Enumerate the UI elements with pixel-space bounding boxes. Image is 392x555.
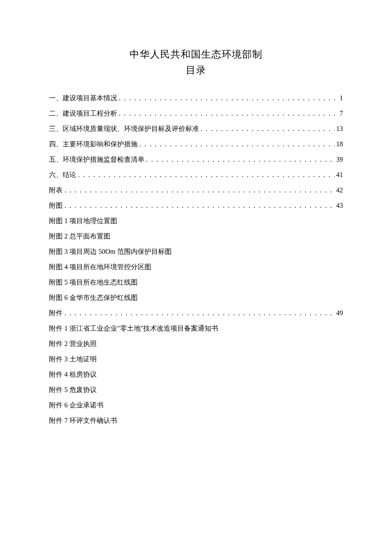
toc-dots — [146, 156, 334, 163]
toc-label: 五、环境保护措施监督检查清单 — [49, 156, 144, 163]
figure-entry: 附图 5 项目所在地生态红线图 — [49, 279, 343, 286]
toc-dots — [139, 141, 334, 148]
toc-dots — [78, 171, 334, 178]
toc-page: 49 — [336, 310, 343, 317]
toc-dots — [64, 187, 334, 194]
toc-entry: 三、区域环境质量现状、环境保护目标及评价标准 13 — [49, 125, 343, 132]
toc-entry: 附图 43 — [49, 202, 343, 209]
figure-entry: 附图 4 项目所在地环境管控分区图 — [49, 264, 343, 270]
attachment-entry: 附件 1 浙江省工业企业"零土地"技术改造项目备案通知书 — [49, 325, 343, 332]
toc-entry: 附件 49 — [49, 310, 343, 317]
toc-entry: 附表 42 — [49, 187, 343, 194]
toc-page: 13 — [336, 125, 343, 132]
toc-page: 18 — [336, 141, 343, 148]
toc-dots — [64, 310, 334, 317]
toc-label: 附件 — [49, 310, 63, 317]
attachment-entry: 附件 4 租房协议 — [49, 371, 343, 378]
toc-label: 二、建设项目工程分析 — [49, 110, 117, 117]
figure-entry: 附图 2 总平面布置图 — [49, 233, 343, 240]
toc-label: 附图 — [49, 202, 63, 209]
toc-entry: 四、主要环境影响和保护措施 18 — [49, 141, 343, 148]
toc-label: 六、结论 — [49, 171, 76, 178]
toc-page: 39 — [336, 156, 343, 163]
toc-entry: 二、建设项目工程分析 7 — [49, 110, 343, 117]
toc-page: 1 — [340, 95, 343, 102]
toc-label: 一、建设项目基本情况 — [49, 95, 117, 102]
toc-entry: 一、建设项目基本情况 1 — [49, 95, 343, 102]
toc-dots — [201, 125, 334, 132]
toc-page: 41 — [336, 171, 343, 178]
toc-page: 42 — [336, 187, 343, 194]
toc-label: 附表 — [49, 187, 63, 194]
toc-entry: 六、结论 41 — [49, 171, 343, 178]
toc-dots — [119, 110, 338, 117]
toc-label: 四、主要环境影响和保护措施 — [49, 141, 138, 148]
attachment-entry: 附件 5 危废协议 — [49, 386, 343, 393]
attachment-entry: 附件 6 企业承诺书 — [49, 402, 343, 409]
title-block: 中华人民共和国生态环境部制 目录 — [49, 47, 343, 78]
toc-label: 三、区域环境质量现状、环境保护目标及评价标准 — [49, 125, 199, 132]
attachment-entry: 附件 7 环评文件确认书 — [49, 417, 343, 424]
figure-entry: 附图 6 金华市生态保护红线图 — [49, 294, 343, 301]
toc-page: 7 — [340, 110, 343, 117]
toc-dots — [119, 95, 338, 102]
figure-entry: 附图 3 项目周边 50Om 范围内保护目标图 — [49, 248, 343, 255]
figure-entry: 附图 1 项目地理位置图 — [49, 218, 343, 224]
toc-page: 43 — [336, 202, 343, 209]
attachment-entry: 附件 3 土地证明 — [49, 356, 343, 363]
toc-dots — [64, 202, 334, 209]
attachment-entry: 附件 2 营业执照 — [49, 340, 343, 347]
title-sub: 目录 — [49, 63, 343, 78]
title-main: 中华人民共和国生态环境部制 — [49, 47, 343, 63]
toc-entry: 五、环境保护措施监督检查清单 39 — [49, 156, 343, 163]
